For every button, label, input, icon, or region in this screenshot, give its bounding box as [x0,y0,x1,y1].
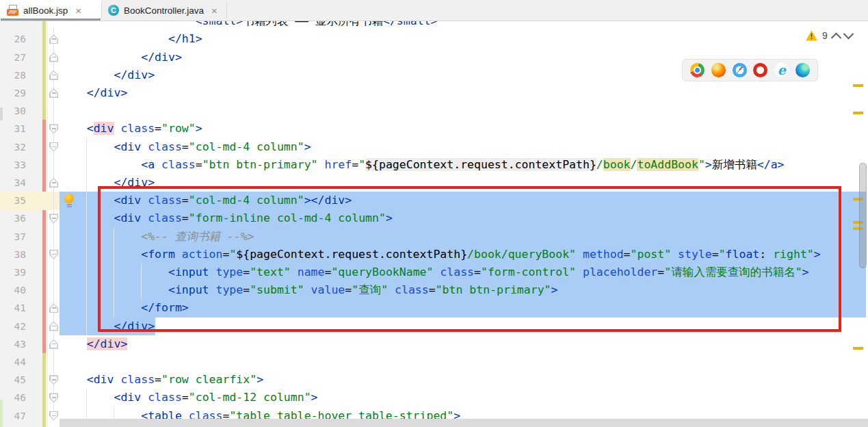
tab-label: BookController.java [124,5,204,16]
error-stripe-mark[interactable] [853,112,863,114]
ide-window: <small>书籍列表 —— 显示所有书籍</small> </h1> </di… [0,0,868,427]
line-number[interactable]: 33 [0,156,26,174]
line-number[interactable]: 31 [0,120,26,138]
tab-bookcontroller-java[interactable]: C BookController.java × [101,0,227,21]
left-edge-mark [0,400,3,427]
editor-pane[interactable]: <small>书籍列表 —— 显示所有书籍</small> </h1> </di… [0,0,868,427]
tab-allbook-jsp[interactable]: JSP allBook.jsp × [0,0,101,21]
code-line-31[interactable]: <div class="row"> [60,120,202,138]
edge-icon[interactable] [795,63,810,77]
java-class-icon: C [108,5,119,16]
code-line-27[interactable]: </div> [60,49,182,66]
line-number[interactable]: 41 [0,299,26,317]
vertical-scrollbar-thumb[interactable] [859,163,867,268]
safari-icon[interactable] [733,63,747,77]
close-tab-icon[interactable]: × [211,5,218,16]
bulb-base [67,204,72,205]
active-tab-underline [1,18,101,21]
error-stripe-mark[interactable] [853,347,863,350]
line-number[interactable]: 35 [0,192,26,209]
warning-count: 9 [822,30,828,41]
line-number[interactable]: 40 [0,281,26,299]
jsp-file-icon: JSP [7,5,18,16]
intention-bulb-icon[interactable] [64,194,75,208]
code-line-43[interactable]: </div> [60,335,127,353]
firefox-icon[interactable] [711,63,726,77]
line-number[interactable]: 45 [0,371,26,389]
code-line-28[interactable]: </div> [60,66,155,84]
editor-tab-bar: JSP allBook.jsp × C BookController.java … [0,0,868,21]
line-number[interactable]: 29 [0,84,26,102]
tab-label: allBook.jsp [23,5,68,16]
line-number[interactable]: 38 [0,246,26,263]
left-edge-mark [0,107,3,120]
line-number[interactable]: 36 [0,209,26,227]
close-tab-icon[interactable]: × [75,5,81,16]
line-number[interactable]: 32 [0,138,26,156]
line-number[interactable]: 28 [0,66,26,84]
chrome-icon[interactable] [690,63,705,77]
line-number[interactable]: 27 [0,49,26,66]
internet-explorer-icon[interactable]: e [774,63,789,77]
line-number[interactable]: 34 [0,174,26,192]
code-line-45[interactable]: <div class="row clearfix"> [60,371,263,389]
line-number[interactable]: 43 [0,335,26,353]
line-number[interactable]: 30 [0,102,26,120]
prev-warning-chevron-up-icon[interactable] [831,32,842,43]
annotation-red-box [98,186,841,332]
line-number[interactable]: 39 [0,263,26,281]
line-number[interactable]: 26 [0,30,26,48]
line-number[interactable]: 44 [0,353,26,371]
horizontal-scrollbar[interactable] [60,419,868,427]
error-stripe-mark[interactable] [853,84,863,87]
code-line-26[interactable]: </h1> [60,30,202,48]
opera-icon[interactable] [753,63,767,77]
code-line-32[interactable]: <div class="col-md-4 column"> [60,138,311,156]
code-line-29[interactable]: </div> [60,84,127,102]
line-number[interactable]: 37 [0,228,26,246]
line-number[interactable]: 42 [0,318,26,335]
line-number[interactable]: 46 [0,389,26,406]
next-warning-chevron-down-icon[interactable] [843,28,854,39]
code-line-33[interactable]: <a class="btn btn-primary" href="${pageC… [60,156,785,174]
warning-triangle-icon: ! [806,31,817,41]
code-line-46[interactable]: <div class="col-md-12 column"> [60,389,318,406]
open-in-browser-bar: e [682,59,818,81]
bulb-glass [64,194,74,203]
line-number[interactable]: 47 [0,407,26,425]
inspections-widget[interactable]: ! 9 [806,29,852,42]
